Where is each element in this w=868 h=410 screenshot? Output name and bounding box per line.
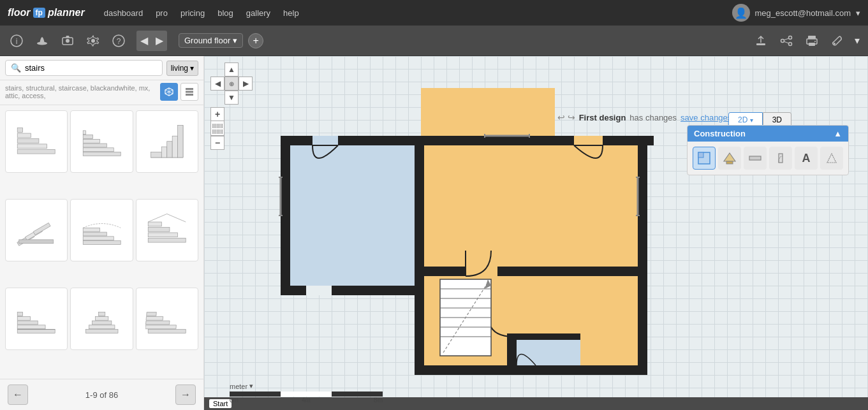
view-list-btn[interactable] xyxy=(180,83,198,101)
user-email: meg_escott@hotmail.com xyxy=(755,8,851,18)
pan-up-button[interactable]: ▲ xyxy=(224,62,239,77)
svg-rect-63 xyxy=(146,321,170,325)
pan-down-button[interactable]: ▼ xyxy=(224,91,239,105)
wrench-chevron[interactable]: ▾ xyxy=(853,31,862,51)
svg-rect-58 xyxy=(92,321,111,325)
nav-help[interactable]: help xyxy=(283,8,299,18)
construction-title: Construction xyxy=(694,129,746,138)
svg-rect-106 xyxy=(517,333,580,340)
svg-rect-26 xyxy=(18,128,23,133)
svg-rect-37 xyxy=(178,126,183,158)
svg-rect-31 xyxy=(83,135,92,139)
nav-dashboard[interactable]: dashboard xyxy=(104,8,143,18)
print-button[interactable] xyxy=(802,31,822,51)
floor-plan[interactable] xyxy=(242,88,676,410)
unit-label: meter xyxy=(230,383,247,390)
nav-gallery[interactable]: gallery xyxy=(246,8,270,18)
stair-item-6[interactable] xyxy=(136,199,198,261)
door-tool[interactable] xyxy=(769,147,792,170)
nav-pro[interactable]: pro xyxy=(156,8,168,18)
svg-rect-27 xyxy=(83,152,121,156)
svg-rect-79 xyxy=(281,136,427,145)
nav-blog[interactable]: blog xyxy=(217,8,233,18)
upload-button[interactable] xyxy=(751,31,771,51)
scale-unit[interactable]: meter ▾ xyxy=(230,382,383,390)
svg-rect-50 xyxy=(18,330,55,333)
svg-rect-84 xyxy=(415,365,513,375)
zoom-controls: + |||||||||||||||| − xyxy=(210,107,224,150)
search-input-wrap[interactable]: 🔍 xyxy=(5,60,163,76)
svg-rect-56 xyxy=(85,330,118,333)
wrench-button[interactable] xyxy=(827,31,848,51)
svg-rect-89 xyxy=(574,136,603,145)
svg-rect-67 xyxy=(698,152,703,157)
svg-rect-45 xyxy=(83,228,99,232)
toolbar: i ? ◀ ▶ Ground floor ▾ + ▾ xyxy=(0,26,868,56)
svg-rect-65 xyxy=(147,312,157,316)
svg-point-5 xyxy=(91,39,95,43)
next-page-button[interactable]: → xyxy=(175,384,196,405)
search-icon: 🔍 xyxy=(11,63,21,73)
user-avatar: 👤 xyxy=(732,4,750,22)
floor-selector[interactable]: Ground floor ▾ xyxy=(179,33,243,48)
svg-rect-8 xyxy=(756,43,765,45)
save-changes-link[interactable]: save changes xyxy=(680,113,732,122)
svg-rect-20 xyxy=(186,91,193,93)
nav-pricing[interactable]: pricing xyxy=(180,8,205,18)
svg-rect-73 xyxy=(287,142,421,292)
settings-button[interactable] xyxy=(83,31,103,51)
svg-rect-91 xyxy=(306,286,332,295)
pan-center-button[interactable]: ⊕ xyxy=(224,77,239,91)
stair-item-9[interactable] xyxy=(136,288,198,350)
info-button[interactable]: i xyxy=(6,31,27,51)
add-floor-button[interactable]: + xyxy=(248,33,263,48)
stair-item-1[interactable] xyxy=(5,110,68,173)
svg-rect-88 xyxy=(313,136,338,145)
svg-rect-30 xyxy=(83,140,99,143)
svg-rect-33 xyxy=(151,152,162,157)
photo-button[interactable] xyxy=(57,31,78,51)
stair-item-2[interactable] xyxy=(70,110,133,173)
hat-button[interactable] xyxy=(32,31,52,51)
svg-rect-21 xyxy=(186,94,193,96)
pan-left-button[interactable]: ◀ xyxy=(210,77,224,91)
search-input[interactable] xyxy=(25,63,157,73)
tags-text: stairs, structural, staircase, blackandw… xyxy=(5,84,156,99)
stair-item-3[interactable] xyxy=(136,110,198,173)
stair-item-7[interactable] xyxy=(5,288,68,350)
canvas-area[interactable]: ↩ ↪ First design has changes save change… xyxy=(204,56,868,410)
svg-line-12 xyxy=(784,38,789,40)
stair-item-8[interactable] xyxy=(70,288,133,350)
category-dropdown[interactable]: living ▾ xyxy=(166,61,198,76)
svg-rect-105 xyxy=(507,333,517,369)
svg-rect-64 xyxy=(146,317,163,321)
search-tags: stairs, structural, staircase, blackandw… xyxy=(0,80,203,105)
share-button[interactable] xyxy=(776,31,797,51)
help-button[interactable]: ? xyxy=(108,31,129,51)
svg-rect-85 xyxy=(415,270,424,375)
construction-collapse[interactable]: ▲ xyxy=(834,129,842,138)
unit-chevron: ▾ xyxy=(249,382,253,390)
next-floor-button[interactable]: ▶ xyxy=(152,31,167,51)
view-3d-btn[interactable] xyxy=(160,83,178,101)
user-area[interactable]: 👤 meg_escott@hotmail.com ▾ xyxy=(732,4,860,22)
roof-tool[interactable] xyxy=(718,147,741,170)
zoom-in-button[interactable]: + xyxy=(210,107,224,121)
scale-bar: meter ▾ 0m 4m 8m xyxy=(230,382,383,404)
zoom-out-button[interactable]: − xyxy=(210,136,224,150)
prev-floor-button[interactable]: ◀ xyxy=(136,31,152,51)
svg-rect-34 xyxy=(161,147,166,158)
room-tool[interactable] xyxy=(693,147,716,170)
stair-item-4[interactable] xyxy=(5,199,68,261)
area-tool[interactable] xyxy=(820,147,843,170)
wall-tool[interactable] xyxy=(744,147,767,170)
pan-right-button[interactable]: ▶ xyxy=(239,77,253,91)
stair-item-5[interactable] xyxy=(70,199,133,261)
text-tool[interactable]: A xyxy=(795,147,818,170)
svg-rect-25 xyxy=(18,134,31,138)
svg-rect-52 xyxy=(18,321,38,325)
construction-header: Construction ▲ xyxy=(688,126,848,142)
start-button[interactable]: Start xyxy=(209,399,232,408)
construction-tools: A xyxy=(688,142,848,175)
prev-page-button[interactable]: ← xyxy=(8,384,28,405)
